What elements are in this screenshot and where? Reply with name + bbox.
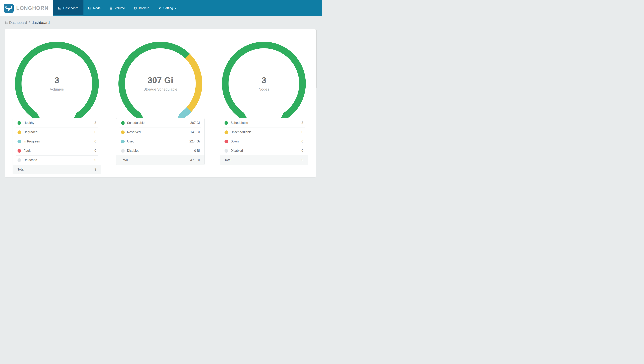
legend-value: 0 [94,149,96,153]
legend-value: 0 [94,130,96,134]
legend-value: 0 [94,140,96,144]
longhorn-bull-icon [4,4,14,13]
legend-label: Schedulable [127,121,190,125]
status-dot [121,121,125,125]
file-copy-icon [134,6,137,10]
nav-item-label: Dashboard [63,6,78,10]
legend-row: Detached0 [13,156,101,165]
status-dot [18,130,21,134]
legend-label: Healthy [24,121,94,125]
breadcrumb-page: dashboard [32,20,50,25]
vertical-scrollbar-thumb[interactable] [316,30,317,88]
legend-row: In Progress0 [13,137,101,146]
legend-label: Disabled [127,149,194,153]
legend-value: 3 [302,121,303,125]
legend-row: Schedulable307 Gi [116,118,204,128]
brand-name: LONGHORN [16,5,48,11]
legend-row: Disabled0 [220,146,308,156]
volumes-gauge-chart [14,35,100,120]
gauge-arc-segment [185,54,202,112]
breadcrumb-separator: / [29,20,30,25]
gear-icon [158,6,162,10]
status-dot [224,121,228,125]
legend-value: 0 [94,158,96,162]
status-dot [18,121,21,125]
total-value: 3 [302,158,303,162]
legend-row: Used22.4 Gi [116,137,204,146]
status-dot [224,149,228,153]
main-nav: Dashboard Node Volume [53,0,322,16]
legend-value: 22.4 Gi [190,140,200,144]
nodes-chart-panel: 3 Nodes Schedulable3Unschedulable0Down0D… [212,29,316,177]
legend-row: Down0 [220,137,308,146]
volumes-chart-panel: 3 Volumes Healthy3Degraded0In Progress0F… [5,29,108,177]
legend-row: Healthy3 [13,118,101,128]
gauge-arc-segment [15,42,99,118]
legend-value: 0 [302,130,303,134]
status-dot [224,140,228,144]
legend-value: 0 Bi [194,149,200,153]
laptop-icon [88,6,91,10]
legend-row: Schedulable3 [220,118,308,128]
legend-row: Disabled0 Bi [116,146,204,156]
server-icon [109,6,113,10]
legend-label: Detached [24,158,94,162]
dashboard-card: 3 Volumes Healthy3Degraded0In Progress0F… [5,29,316,178]
legend-label: Unschedulable [230,130,302,134]
nav-item-label: Backup [139,6,150,10]
legend-value: 307 Gi [190,121,200,125]
status-dot [121,130,125,134]
nav-item-dashboard[interactable]: Dashboard [53,0,84,16]
total-label: Total [18,168,94,172]
legend-value: 0 [302,140,303,144]
storage-legend-table: Schedulable307 GiReserved141 GiUsed22.4 … [116,118,205,165]
total-label: Total [224,158,302,162]
legend-value: 0 [302,149,303,153]
nav-item-setting[interactable]: Setting [154,0,181,16]
bar-chart-icon [58,6,62,10]
breadcrumb-section[interactable]: Dashboard [9,20,27,25]
legend-label: Reserved [127,130,190,134]
legend-row: Unschedulable0 [220,128,308,137]
legend-label: Disabled [230,149,302,153]
status-dot [121,149,125,153]
legend-total-row: Total471 Gi [116,156,204,165]
nav-item-volume[interactable]: Volume [105,0,130,16]
legend-label: Down [230,140,302,144]
gauge-arc-segment [222,42,306,118]
status-dot [18,140,21,144]
legend-label: Used [127,140,190,144]
nodes-gauge-chart [221,35,307,120]
status-dot [121,140,125,144]
nav-item-label: Volume [114,6,125,10]
nav-item-node[interactable]: Node [84,0,105,16]
chevron-down-icon [174,7,176,10]
app-header: LONGHORN Dashboard Node [0,0,322,16]
total-value: 3 [94,168,96,172]
legend-label: Degraded [24,130,94,134]
bar-chart-icon [5,21,8,24]
total-label: Total [121,158,190,162]
status-dot [18,158,21,162]
legend-row: Reserved141 Gi [116,128,204,137]
app-logo[interactable]: LONGHORN [0,0,53,16]
legend-row: Fault0 [13,146,101,156]
nav-item-label: Node [93,6,100,10]
nav-item-backup[interactable]: Backup [130,0,154,16]
nav-item-label: Setting [163,6,173,10]
legend-total-row: Total3 [220,156,308,165]
storage-chart-panel: 307 Gi Storage Schedulable Schedulable30… [108,29,212,177]
legend-row: Degraded0 [13,128,101,137]
volumes-legend-table: Healthy3Degraded0In Progress0Fault0Detac… [12,118,101,174]
legend-label: Schedulable [230,121,302,125]
status-dot [18,149,21,153]
breadcrumb: Dashboard / dashboard [0,16,322,29]
legend-total-row: Total3 [13,165,101,174]
legend-label: In Progress [24,140,94,144]
legend-value: 141 Gi [190,130,200,134]
status-dot [224,130,228,134]
gauge-arc-segment [118,42,190,118]
legend-value: 3 [94,121,96,125]
storage-gauge-chart [118,35,203,120]
total-value: 471 Gi [190,158,200,162]
